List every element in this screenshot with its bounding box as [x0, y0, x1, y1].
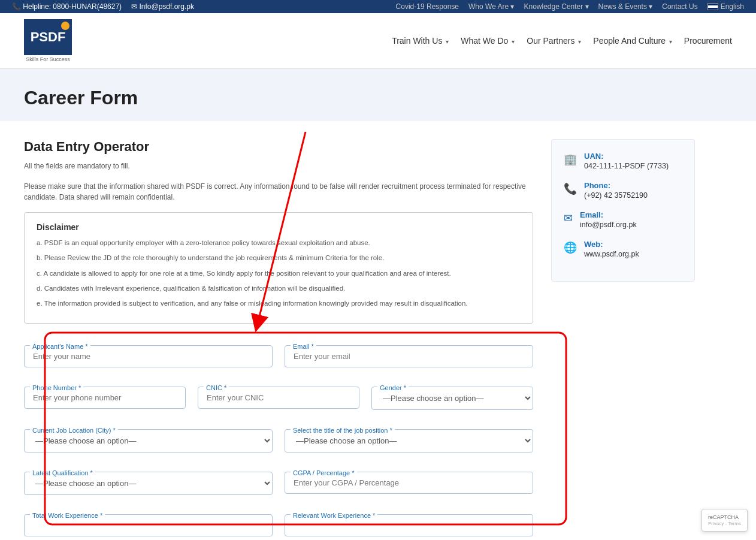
email-text: Info@psdf.org.pk: [139, 2, 194, 11]
form-row-1: Applicant's Name * Email *: [24, 338, 533, 367]
disclaimer-title: Disclaimer: [37, 222, 521, 232]
qualification-group: Latest Qualification * —Please choose an…: [24, 464, 273, 495]
phone-icon: 📞: [564, 182, 577, 195]
form-section: Data Entry Operator All the fields are m…: [24, 139, 533, 536]
nav-our-partners[interactable]: Our Partners ▾: [527, 36, 581, 46]
cgpa-label: CGPA / Percentage *: [291, 469, 357, 476]
disclaimer-item: b. Please Review the JD of the role thor…: [37, 253, 521, 263]
main-header: PSDF Skills For Success Train With Us ▾ …: [0, 13, 756, 69]
form-row-2: Phone Number * CNIC * Gender * —Please c…: [24, 379, 533, 410]
applicant-name-label: Applicant's Name *: [30, 343, 90, 350]
flag-icon: [707, 3, 718, 10]
job-title-group: Select the title of the job position * —…: [285, 422, 533, 452]
knowledge-center-link[interactable]: Knowledge Center ▾: [524, 2, 589, 11]
nav-what-we-do[interactable]: What We Do ▾: [461, 36, 515, 46]
nav-procurement[interactable]: Procurement: [684, 36, 732, 46]
disclaimer-item: a. PSDF is an equal opportunity employer…: [37, 238, 521, 248]
phone-group: Phone Number *: [24, 379, 186, 410]
email-label: Email *: [291, 343, 316, 350]
logo-text: PSDF: [31, 29, 66, 45]
uan-value: 042-111-11-PSDF (7733): [584, 162, 669, 170]
disclaimer-item: d. Candidates with Irrelevant experience…: [37, 283, 521, 294]
top-bar-left: 📞 Helpline: 0800-HUNAR(48627) ✉ Info@psd…: [12, 2, 194, 11]
nav-train-with-us[interactable]: Train With Us ▾: [392, 36, 449, 46]
phone-icon: 📞: [12, 2, 21, 11]
top-bar: 📞 Helpline: 0800-HUNAR(48627) ✉ Info@psd…: [0, 0, 756, 13]
city-group: Current Job Location (City) * —Please ch…: [24, 422, 273, 452]
logo: PSDF: [24, 19, 72, 55]
web-item: 🌐 Web: www.psdf.org.pk: [564, 240, 682, 258]
phone-value: (+92) 42 35752190: [584, 191, 648, 200]
gender-label: Gender *: [377, 384, 409, 391]
disclaimer-box: Disclaimer a. PSDF is an equal opportuni…: [24, 212, 533, 324]
uan-item: 🏢 UAN: 042-111-11-PSDF (7733): [564, 152, 682, 170]
form-row-5: Total Work Experience * Relevant Work Ex…: [24, 507, 533, 536]
uan-details: UAN: 042-111-11-PSDF (7733): [584, 152, 669, 170]
sidebar: 🏢 UAN: 042-111-11-PSDF (7733) 📞 Phone: (…: [551, 139, 695, 536]
helpline-text: Helpline: 0800-HUNAR(48627): [23, 2, 122, 11]
web-value: www.psdf.org.pk: [584, 250, 639, 258]
phone-label: Phone:: [584, 181, 648, 190]
email-input[interactable]: [285, 345, 533, 367]
email-icon: ✉: [564, 212, 573, 225]
language-link[interactable]: English: [707, 2, 744, 11]
total-exp-label: Total Work Experience *: [30, 512, 105, 519]
uan-icon: 🏢: [564, 153, 577, 166]
cnic-label: CNIC *: [204, 384, 229, 391]
city-label: Current Job Location (City) *: [30, 427, 118, 434]
top-bar-right: Covid-19 Response Who We Are ▾ Knowledge…: [396, 2, 744, 11]
disclaimer-item: c. A candidate is allowed to apply for o…: [37, 269, 521, 279]
form-row-3: Current Job Location (City) * —Please ch…: [24, 422, 533, 452]
logo-area: PSDF Skills For Success: [24, 19, 72, 62]
form-note-line1: All the fields are mandatory to fill.: [24, 161, 533, 171]
who-we-are-link[interactable]: Who We Are ▾: [468, 2, 514, 11]
form-note-line2: Please make sure that the information sh…: [24, 181, 533, 203]
email-info: ✉ Info@psdf.org.pk: [131, 2, 194, 11]
phone-item: 📞 Phone: (+92) 42 35752190: [564, 181, 682, 200]
email-label: Email:: [580, 210, 637, 219]
uan-label: UAN:: [584, 152, 669, 161]
chevron-down-icon: ▾: [578, 38, 581, 45]
news-events-link[interactable]: News & Events ▾: [598, 2, 653, 11]
covid-link[interactable]: Covid-19 Response: [396, 2, 459, 11]
phone-details: Phone: (+92) 42 35752190: [584, 181, 648, 200]
language-text: English: [721, 2, 744, 11]
logo-tagline: Skills For Success: [26, 56, 70, 62]
applicant-name-group: Applicant's Name *: [24, 338, 273, 367]
career-form: Applicant's Name * Email * Phone Number …: [24, 338, 533, 536]
contact-us-link[interactable]: Contact Us: [662, 2, 697, 11]
chevron-down-icon: ▾: [446, 38, 449, 45]
disclaimer-list: a. PSDF is an equal opportunity employer…: [37, 238, 521, 309]
web-details: Web: www.psdf.org.pk: [584, 240, 639, 258]
total-exp-group: Total Work Experience *: [24, 507, 273, 536]
page-title: Career Form: [24, 87, 732, 109]
chevron-down-icon: ▾: [512, 38, 515, 45]
web-icon: 🌐: [564, 241, 577, 254]
nav-people-culture[interactable]: People And Culture ▾: [593, 36, 672, 46]
recaptcha-text: reCAPTCHAPrivacy - Terms: [708, 514, 741, 526]
page-title-band: Career Form: [0, 69, 756, 121]
job-title-label: Select the title of the job position *: [291, 427, 395, 434]
mail-icon: ✉: [131, 2, 137, 11]
helpline-info: 📞 Helpline: 0800-HUNAR(48627): [12, 2, 122, 11]
qualification-label: Latest Qualification *: [30, 469, 95, 476]
content-area: Data Entry Operator All the fields are m…: [0, 121, 719, 540]
job-title: Data Entry Operator: [24, 139, 533, 155]
cgpa-group: CGPA / Percentage *: [285, 464, 533, 495]
contact-card: 🏢 UAN: 042-111-11-PSDF (7733) 📞 Phone: (…: [551, 139, 695, 282]
chevron-down-icon: ▾: [669, 38, 672, 45]
recaptcha-badge: reCAPTCHAPrivacy - Terms: [701, 509, 748, 532]
email-value: info@psdf.org.pk: [580, 221, 637, 229]
disclaimer-item: e. The information provided is subject t…: [37, 298, 521, 309]
email-group: Email *: [285, 338, 533, 367]
cnic-group: CNIC *: [198, 379, 359, 410]
relevant-exp-group: Relevant Work Experience *: [285, 507, 533, 536]
main-nav: Train With Us ▾ What We Do ▾ Our Partner…: [392, 36, 732, 46]
email-details: Email: info@psdf.org.pk: [580, 210, 637, 229]
email-item: ✉ Email: info@psdf.org.pk: [564, 210, 682, 229]
phone-label: Phone Number *: [30, 384, 83, 391]
gender-group: Gender * —Please choose an option— Male …: [371, 379, 533, 410]
form-row-4: Latest Qualification * —Please choose an…: [24, 464, 533, 495]
web-label: Web:: [584, 240, 639, 249]
relevant-exp-label: Relevant Work Experience *: [291, 512, 377, 519]
